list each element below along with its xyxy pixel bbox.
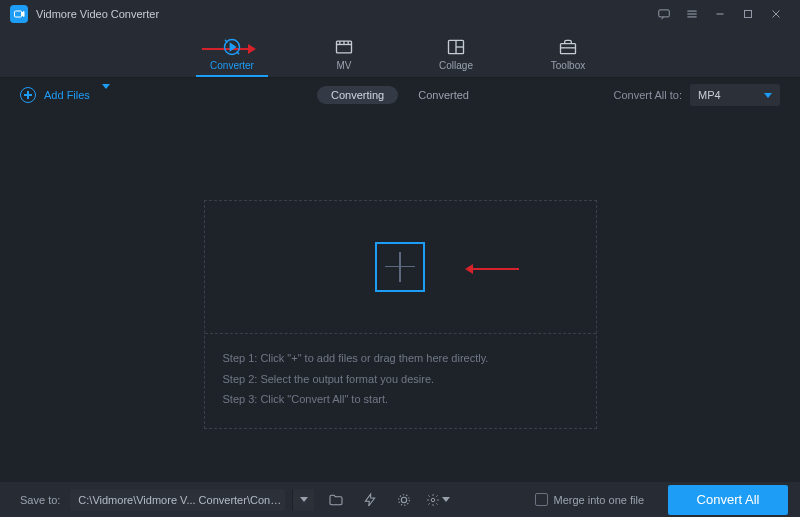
feedback-icon[interactable] xyxy=(650,0,678,28)
mv-icon xyxy=(333,37,355,57)
tab-converter[interactable]: Converter xyxy=(196,37,268,77)
svg-rect-22 xyxy=(561,44,576,54)
save-to-label: Save to: xyxy=(20,494,60,506)
save-path-field[interactable]: C:\Vidmore\Vidmore V... Converter\Conver… xyxy=(70,489,285,511)
svg-point-28 xyxy=(399,494,410,505)
tab-label: Converter xyxy=(210,60,254,71)
plus-circle-icon xyxy=(20,87,36,103)
output-format-select[interactable]: MP4 xyxy=(690,84,780,106)
tab-collage[interactable]: Collage xyxy=(420,37,492,77)
tab-toolbox[interactable]: Toolbox xyxy=(532,37,604,77)
svg-marker-25 xyxy=(465,264,473,274)
svg-rect-0 xyxy=(15,11,22,17)
chevron-down-icon xyxy=(102,89,110,101)
instruction-step: Step 2: Select the output format you des… xyxy=(223,369,578,390)
merge-checkbox[interactable]: Merge into one file xyxy=(535,493,645,506)
save-path-value: C:\Vidmore\Vidmore V... Converter\Conver… xyxy=(78,494,281,506)
instructions: Step 1: Click "+" to add files or drag t… xyxy=(205,334,596,429)
svg-point-27 xyxy=(402,497,407,502)
chevron-down-icon xyxy=(300,497,308,502)
chevron-down-icon xyxy=(764,93,772,98)
tab-label: Toolbox xyxy=(551,60,585,71)
open-folder-icon[interactable] xyxy=(324,489,348,511)
add-file-plus-button[interactable] xyxy=(375,242,425,292)
bottom-bar: Save to: C:\Vidmore\Vidmore V... Convert… xyxy=(0,482,800,517)
status-tabs: Converting Converted xyxy=(317,86,483,104)
toolbox-icon xyxy=(557,37,579,57)
svg-rect-7 xyxy=(745,11,752,18)
sub-bar: Add Files Converting Converted Convert A… xyxy=(0,78,800,112)
svg-marker-26 xyxy=(366,494,375,506)
settings-icon[interactable] xyxy=(426,489,450,511)
tab-converted[interactable]: Converted xyxy=(404,86,483,104)
drop-zone-top[interactable] xyxy=(205,201,596,334)
minimize-button[interactable] xyxy=(706,0,734,28)
converter-icon xyxy=(221,37,243,57)
convert-all-to-label: Convert All to: xyxy=(614,89,682,101)
gpu-accel-icon[interactable] xyxy=(358,489,382,511)
format-selected-value: MP4 xyxy=(698,89,721,101)
close-button[interactable] xyxy=(762,0,790,28)
merge-label: Merge into one file xyxy=(554,494,645,506)
app-title: Vidmore Video Converter xyxy=(36,8,159,20)
chevron-down-icon xyxy=(442,497,450,502)
tab-converting[interactable]: Converting xyxy=(317,86,398,104)
tab-label: Collage xyxy=(439,60,473,71)
instruction-step: Step 3: Click "Convert All" to start. xyxy=(223,389,578,410)
app-logo-icon xyxy=(10,5,28,23)
high-speed-icon[interactable] xyxy=(392,489,416,511)
main-area: Step 1: Click "+" to add files or drag t… xyxy=(0,112,800,517)
svg-point-29 xyxy=(432,498,436,502)
annotation-arrow-plus xyxy=(465,262,521,280)
tab-label: MV xyxy=(337,60,352,71)
svg-marker-13 xyxy=(230,44,235,51)
convert-all-label: Convert All xyxy=(697,492,760,507)
title-bar: Vidmore Video Converter xyxy=(0,0,800,28)
collage-icon xyxy=(445,37,467,57)
drop-zone[interactable]: Step 1: Click "+" to add files or drag t… xyxy=(204,200,597,430)
top-nav: Converter MV Collage Toolbox xyxy=(0,28,800,78)
add-files-button[interactable]: Add Files xyxy=(20,87,110,103)
convert-all-button[interactable]: Convert All xyxy=(668,485,788,515)
svg-marker-1 xyxy=(22,12,25,17)
tab-mv[interactable]: MV xyxy=(308,37,380,77)
maximize-button[interactable] xyxy=(734,0,762,28)
svg-rect-2 xyxy=(659,10,670,17)
add-files-label: Add Files xyxy=(44,89,90,101)
save-path-dropdown[interactable] xyxy=(292,489,314,511)
menu-icon[interactable] xyxy=(678,0,706,28)
instruction-step: Step 1: Click "+" to add files or drag t… xyxy=(223,348,578,369)
checkbox-icon xyxy=(535,493,548,506)
